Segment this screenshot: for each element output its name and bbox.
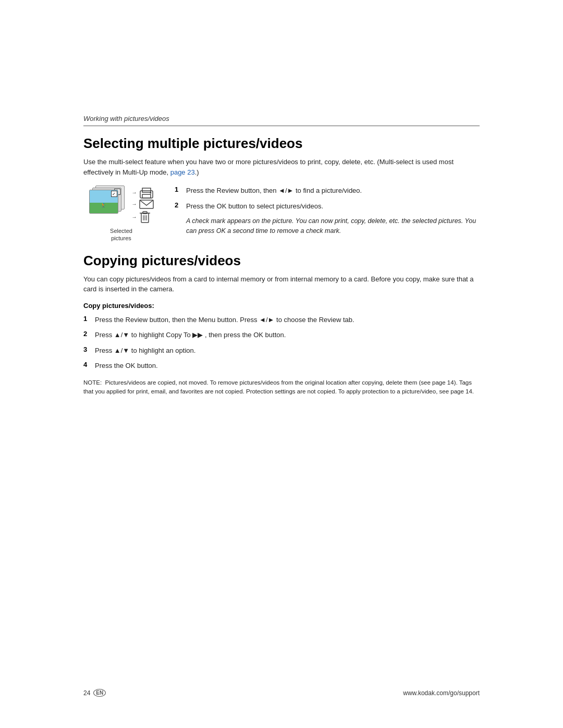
note-page14-link2[interactable]: page 14 xyxy=(450,388,472,394)
steps-block-section1: 1 Press the Review button, then ◄/► to f… xyxy=(175,186,480,242)
page-number: 24 xyxy=(83,689,90,697)
svg-rect-7 xyxy=(143,212,147,214)
page: Working with pictures/videos Selecting m… xyxy=(0,0,563,728)
pic-card-front: 🏌 ✓ xyxy=(89,190,118,214)
section2-title: Copying pictures/videos xyxy=(83,253,480,269)
svg-rect-1 xyxy=(142,188,151,192)
trash-icon xyxy=(139,210,151,224)
section2-intro: You can copy pictures/videos from a card… xyxy=(83,274,480,294)
divider xyxy=(83,126,480,126)
subsection-title: Copy pictures/videos: xyxy=(83,302,480,310)
page-num-area: 24 EN xyxy=(83,689,106,697)
printer-icon xyxy=(139,187,154,199)
note-label: NOTE: xyxy=(83,379,103,386)
arrow-printer: → xyxy=(132,190,137,195)
pictures-stack: ✓ 🏌 ✓ xyxy=(89,186,127,223)
step-num-1: 1 xyxy=(175,186,183,193)
copy-step-text-2: Press ▲/▼ to highlight Copy To ▶▶ , then… xyxy=(95,330,286,340)
step-row-1: 1 Press the Review button, then ◄/► to f… xyxy=(175,186,480,196)
page23-link[interactable]: page 23 xyxy=(170,168,195,176)
envelope-icon xyxy=(139,199,154,209)
copy-step-num-1: 1 xyxy=(83,315,92,323)
svg-point-3 xyxy=(150,192,151,193)
row-printer: → xyxy=(132,187,154,199)
copy-step-row-3: 3 Press ▲/▼ to highlight an option. xyxy=(83,346,480,356)
copy-step-row-2: 2 Press ▲/▼ to highlight Copy To ▶▶ , th… xyxy=(83,330,480,340)
pic-golfer: 🏌 xyxy=(101,203,106,208)
illus-caption: Selected pictures xyxy=(110,227,132,242)
footer-website: www.kodak.com/go/support xyxy=(403,689,480,697)
italic-note-section1: A check mark appears on the picture. You… xyxy=(186,216,480,236)
section-header: Working with pictures/videos xyxy=(83,115,480,122)
step-row-2: 2 Press the OK button to select pictures… xyxy=(175,201,480,212)
copy-step-text-4: Press the OK button. xyxy=(95,361,158,371)
copy-step-num-4: 4 xyxy=(83,361,92,368)
copy-step-text-1: Press the Review button, then the Menu b… xyxy=(95,315,354,325)
steps-block-section2: 1 Press the Review button, then the Menu… xyxy=(83,315,480,371)
section1-title: Selecting multiple pictures/videos xyxy=(83,135,480,152)
footer: 24 EN www.kodak.com/go/support xyxy=(0,689,563,697)
copy-step-row-4: 4 Press the OK button. xyxy=(83,361,480,371)
copy-step-num-2: 2 xyxy=(83,330,92,338)
step-num-2: 2 xyxy=(175,201,183,209)
copy-step-text-3: Press ▲/▼ to highlight an option. xyxy=(95,346,195,356)
step-text-1: Press the Review button, then ◄/► to fin… xyxy=(186,186,362,196)
illustration-inner: ✓ 🏌 ✓ xyxy=(89,186,154,225)
checkmark-badge-front: ✓ xyxy=(111,191,117,197)
note-page14-link1[interactable]: page 14 xyxy=(432,379,454,386)
section1-intro: Use the multi-select feature when you ha… xyxy=(83,157,480,177)
note-block: NOTE: Pictures/videos are copied, not mo… xyxy=(83,378,480,397)
arrows-icons-group: → → xyxy=(132,187,154,224)
en-badge: EN xyxy=(93,689,106,697)
step-text-2: Press the OK button to select pictures/v… xyxy=(186,201,323,212)
copy-step-row-1: 1 Press the Review button, then the Menu… xyxy=(83,315,480,325)
copy-step-num-3: 3 xyxy=(83,346,92,353)
arrow-trash: → xyxy=(132,214,137,220)
multi-select-area: ✓ 🏌 ✓ xyxy=(83,186,480,242)
illustration-block: ✓ 🏌 ✓ xyxy=(83,186,159,242)
svg-rect-2 xyxy=(142,194,151,198)
row-trash: → xyxy=(132,210,154,224)
content-area: Working with pictures/videos Selecting m… xyxy=(83,0,480,397)
note-text: Pictures/videos are copied, not moved. T… xyxy=(83,379,474,395)
arrow-envelope: → xyxy=(132,201,137,207)
row-envelope: → xyxy=(132,199,154,209)
